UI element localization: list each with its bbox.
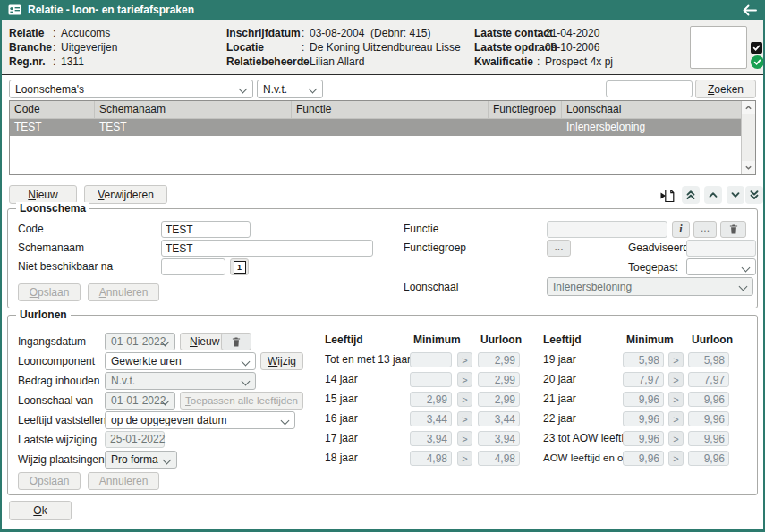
apply-minimum-button[interactable] [668,451,684,466]
functie-field[interactable] [547,221,667,238]
minimum-field[interactable] [623,372,664,387]
leeftijd-vaststellen-select[interactable]: op de opgegeven datum [105,411,295,429]
functiegroep-browse-button[interactable] [547,240,571,257]
minimum-field[interactable] [623,411,664,426]
locatie-value: De Koning Uitzendbureau Lisse [310,40,461,55]
column-header-schemanaam[interactable]: Schemanaam [95,101,292,118]
zoeken-button[interactable]: Zoeken [695,80,756,98]
apply-minimum-button[interactable] [457,392,472,407]
nieuw-button[interactable]: Nieuw [9,185,77,204]
nvt-select[interactable]: N.v.t. [257,80,323,98]
age-label: 18 jaar [325,451,358,466]
minimum-field[interactable] [410,411,452,426]
column-header-loonschaal[interactable]: Loonschaal [562,101,741,118]
apply-minimum-button[interactable] [668,411,684,426]
loonschema-legend: Loonschema [16,202,89,215]
column-header-functie[interactable]: Functie [292,101,489,118]
apply-minimum-button[interactable] [668,372,684,387]
uurloon-field[interactable] [478,372,520,387]
geadviseerd-field[interactable] [686,240,756,257]
export-report-icon[interactable] [659,187,676,204]
list-scrollbar[interactable] [741,101,755,174]
list-header: Code Schemanaam Functie Functiegroep Loo… [10,101,741,119]
last-row-button[interactable] [745,186,763,204]
functie-delete-button[interactable] [720,221,746,238]
functie-browse-button[interactable] [693,221,717,238]
apply-minimum-button[interactable] [457,431,472,446]
verwijderen-button[interactable]: Verwijderen [84,185,167,204]
relatie-value: Accucoms [61,26,110,40]
apply-minimum-button[interactable] [668,352,684,367]
minimum-field[interactable] [623,431,664,446]
regnr-label: Reg.nr. [9,55,53,69]
wijzig-plaatsingen-select[interactable]: Pro forma [105,451,177,469]
first-row-button[interactable] [682,186,700,204]
annuleren-label: Annuleren [99,286,149,299]
minimum-field[interactable] [410,392,452,407]
loonschema-annuleren-button[interactable]: Annuleren [88,283,159,301]
uurloon-field[interactable] [478,352,520,367]
minimum-field[interactable] [623,392,664,407]
minimum-field[interactable] [623,451,664,466]
column-header-functiegroep[interactable]: Functiegroep [489,101,562,118]
uurloon-delete-button[interactable] [221,333,251,350]
uurloon-field[interactable] [688,411,729,426]
uurlonen-annuleren-button[interactable]: Annuleren [88,472,159,490]
schema-type-select[interactable]: Loonschema's [9,80,253,98]
wijzig-button[interactable]: Wijzig [260,352,303,370]
niet-beschikbaar-field[interactable] [161,258,225,275]
minimum-field[interactable] [623,352,664,367]
apply-minimum-button[interactable] [668,431,684,446]
uurloon-field[interactable] [688,431,729,446]
search-input[interactable] [606,80,693,97]
apply-minimum-button[interactable] [457,451,472,466]
ingangsdatum-label: Ingangsdatum [18,333,86,350]
uurloon-field[interactable] [688,451,729,466]
scroll-up-icon[interactable] [742,101,755,114]
minimum-field[interactable] [410,431,452,446]
calendar-button[interactable] [230,258,249,275]
age-label: Tot en met 13 jaar [325,352,411,367]
schemanaam-field[interactable] [161,240,373,257]
uurloon-field[interactable] [688,372,729,387]
uurloon-field[interactable] [688,352,729,367]
looncomponent-select[interactable]: Gewerkte uren [105,352,256,370]
column-header-code[interactable]: Code [10,101,95,118]
back-arrow-icon[interactable] [742,4,757,16]
minimum-field[interactable] [410,451,452,466]
toegepast-select[interactable] [686,258,756,275]
uurlonen-opslaan-button[interactable]: Opslaan [18,472,81,490]
apply-minimum-button[interactable] [457,372,472,387]
code-field[interactable] [161,221,251,238]
ok-button[interactable]: Ok [9,501,72,520]
uurloon-field[interactable] [478,431,520,446]
loonschaal-select[interactable]: Inlenersbeloning [547,277,753,296]
wijzig-plaatsingen-value: Pro forma [111,453,158,466]
status-ok-icon [751,55,764,69]
apply-minimum-button[interactable] [457,352,472,367]
uurloon-field[interactable] [478,411,520,426]
approved-checkbox[interactable] [751,42,762,54]
chevron-down-icon [739,283,748,291]
minimum-field[interactable] [410,352,452,367]
apply-minimum-button[interactable] [457,411,472,426]
apply-minimum-button[interactable] [668,392,684,407]
uurloon-field[interactable] [478,451,520,466]
laatste-contact-value: 21-04-2020 [545,26,599,40]
toepassen-alle-leeftijden-button[interactable]: Toepassen alle leeftijden [180,392,303,410]
loonschaal-van-select[interactable]: 01-01-2022 [105,392,175,410]
chevron-down-icon [239,85,248,94]
ingangsdatum-select[interactable]: 01-01-2022 [105,333,175,350]
scroll-down-icon[interactable] [742,161,755,174]
opslaan-label: Opslaan [30,286,70,299]
loonschema-opslaan-button[interactable]: Opslaan [18,283,81,301]
chevron-down-icon [730,190,741,200]
table-row-selected[interactable]: TEST TEST Inlenersbeloning [10,119,741,136]
uurloon-field[interactable] [688,392,729,407]
bedrag-inhouden-select[interactable]: N.v.t. [105,372,256,390]
minimum-field[interactable] [410,372,452,387]
uurloon-field[interactable] [478,392,520,407]
previous-row-button[interactable] [704,186,722,204]
next-row-button[interactable] [727,186,744,204]
functie-info-button[interactable] [672,221,690,238]
